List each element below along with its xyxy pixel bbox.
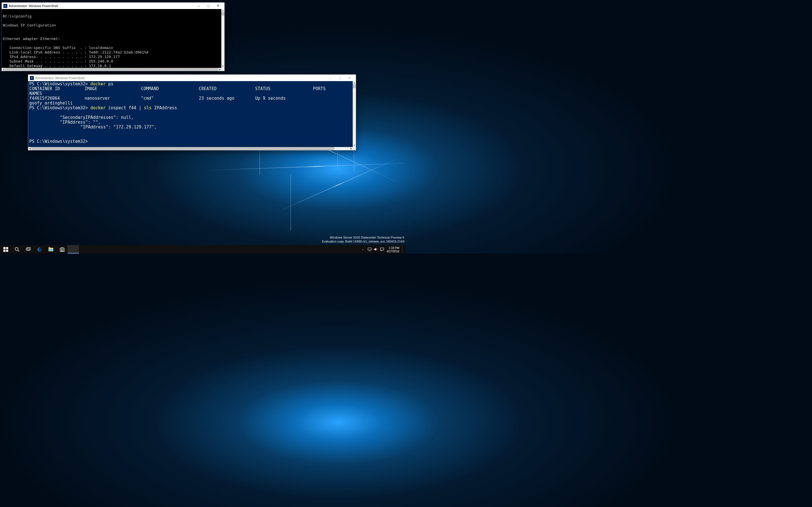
svg-rect-11 [60, 248, 64, 251]
svg-rect-2 [3, 249, 5, 251]
term-line: Ethernet adapter Ethernet: [3, 37, 60, 41]
scroll-right-icon[interactable]: ▶ [218, 68, 221, 71]
action-center-button[interactable] [380, 247, 384, 251]
taskbar-app-store[interactable] [56, 245, 68, 253]
term-line: Windows IP Configuration [3, 23, 56, 27]
minimize-button[interactable]: – [325, 75, 335, 81]
close-button[interactable]: ✕ [345, 75, 354, 81]
svg-rect-13 [62, 249, 63, 250]
wallpaper-beam [206, 162, 406, 170]
search-button[interactable] [11, 245, 22, 253]
horizontal-scrollbar[interactable]: ◀ ▶ [2, 68, 221, 71]
col-hdr: CONTAINER IDIMAGECOMMANDCREATEDSTATUSPOR… [29, 86, 347, 91]
term-line: RC:\>ipconfig [3, 14, 32, 18]
clock-time: 1:33 PM [389, 246, 399, 250]
term-line: Subnet Mask . . . . . . . . . . . : 255.… [3, 59, 113, 63]
task-view-icon [26, 247, 31, 252]
start-button[interactable] [0, 245, 11, 253]
volume-icon-svg [374, 247, 378, 251]
vertical-scrollbar[interactable]: ▲ ▼ [221, 9, 224, 68]
scroll-down-icon[interactable]: ▼ [221, 65, 224, 68]
scroll-up-icon[interactable]: ▲ [221, 9, 224, 12]
powershell-icon [30, 76, 34, 80]
svg-rect-14 [61, 250, 62, 251]
desktop-watermark: Windows Server 2016 Datacenter Technical… [322, 235, 404, 243]
network-icon[interactable] [368, 247, 371, 251]
search-icon [15, 247, 19, 252]
show-desktop-button[interactable] [402, 245, 404, 253]
maximize-button[interactable]: □ [204, 3, 213, 9]
blank-line [29, 110, 32, 115]
term-line: Default Gateway . . . . . . . . . : 172.… [3, 64, 111, 68]
window-title: Administrator: Windows PowerShell [9, 4, 194, 8]
powershell-icon [3, 4, 7, 8]
powershell-window-docker[interactable]: Administrator: Windows PowerShell – □ ✕ … [28, 74, 356, 151]
scroll-corner [353, 147, 356, 150]
col-hdr-names: NAMES [29, 91, 42, 96]
term-line: IPv4 Address. . . . . . . . . . . : 172.… [3, 55, 120, 59]
svg-rect-16 [368, 248, 371, 250]
blank-line [29, 134, 32, 139]
minimize-button[interactable]: – [194, 3, 204, 9]
edge-icon [37, 247, 42, 252]
scroll-thumb[interactable] [5, 68, 218, 71]
svg-rect-15 [62, 250, 63, 251]
term-line: Connection-specific DNS Suffix . : local… [3, 46, 113, 50]
system-tray[interactable]: ︿ 1:33 PM 4/27/2016 [359, 245, 406, 253]
close-button[interactable]: ✕ [213, 3, 223, 9]
volume-icon[interactable] [374, 247, 378, 251]
window-title: Administrator: Windows PowerShell [35, 76, 325, 80]
vertical-scrollbar[interactable]: ▲ ▼ [353, 81, 356, 147]
prompt: PS C:\Windows\system32> [29, 81, 91, 87]
titlebar[interactable]: Administrator: Windows PowerShell – □ ✕ [28, 75, 356, 81]
cmd: docker [91, 81, 106, 87]
clock-date: 4/27/2016 [387, 250, 400, 253]
scroll-left-icon[interactable]: ◀ [2, 68, 5, 71]
output-line: "SecondaryIPAddresses": null, [29, 115, 134, 120]
taskbar-clock[interactable]: 1:33 PM 4/27/2016 [386, 245, 400, 253]
scroll-up-icon[interactable]: ▲ [353, 81, 356, 84]
svg-rect-12 [61, 249, 62, 250]
scroll-right-icon[interactable]: ▶ [350, 147, 353, 150]
cmd-args: ps [106, 81, 113, 87]
horizontal-scrollbar[interactable]: ◀ ▶ [28, 147, 353, 150]
powershell-window-ipconfig[interactable]: Administrator: Windows PowerShell – □ ✕ … [1, 2, 225, 71]
scroll-down-icon[interactable]: ▼ [353, 144, 356, 147]
watermark-line: Evaluation copy. Build 14300.rs1_release… [322, 239, 404, 243]
svg-rect-3 [6, 249, 8, 251]
titlebar[interactable]: Administrator: Windows PowerShell – □ ✕ [2, 3, 224, 9]
svg-rect-10 [49, 249, 53, 251]
task-view-button[interactable] [22, 245, 34, 253]
svg-line-5 [17, 250, 19, 251]
term-line: Link-local IPv6 Address . . . . . : fe80… [3, 50, 149, 54]
terminal-output[interactable]: PS C:\Windows\system32> docker ps CONTAI… [28, 81, 356, 147]
scroll-thumb[interactable] [221, 12, 224, 15]
scroll-left-icon[interactable]: ◀ [28, 147, 31, 150]
taskbar-app-explorer[interactable] [45, 245, 56, 253]
windows-logo-icon [3, 247, 8, 252]
network-icon-svg [368, 247, 371, 251]
blank-line [29, 129, 32, 134]
scroll-thumb[interactable] [353, 84, 356, 88]
scroll-thumb[interactable] [31, 147, 335, 150]
maximize-button[interactable]: □ [335, 75, 345, 81]
svg-rect-1 [6, 247, 8, 249]
taskbar-app-powershell[interactable] [68, 245, 79, 253]
prompt: PS C:\Windows\system32> [29, 139, 91, 144]
cmd: docker [91, 105, 106, 110]
taskbar[interactable]: ︿ 1:33 PM 4/27/2016 [0, 245, 406, 253]
cmd-args: IPAddress [152, 105, 177, 110]
taskbar-app-edge[interactable] [34, 245, 45, 253]
terminal-output[interactable]: RC:\>ipconfig Windows IP Configuration E… [2, 9, 224, 68]
scroll-corner [221, 68, 224, 71]
cmd-args: inspect f44 | [106, 105, 144, 110]
tray-overflow-button[interactable]: ︿ [361, 247, 365, 251]
wallpaper-beam [290, 175, 291, 231]
svg-rect-9 [49, 247, 50, 248]
row-names: goofy_ardinghelli [29, 101, 73, 106]
prompt: PS C:\Windows\system32> [29, 105, 91, 110]
watermark-line: Windows Server 2016 Datacenter Technical… [322, 235, 404, 239]
output-line: "IPAddress": "", [29, 120, 101, 125]
row: f44615f26064nanoserver"cmd"23 seconds ag… [29, 96, 313, 101]
store-icon [60, 247, 64, 252]
